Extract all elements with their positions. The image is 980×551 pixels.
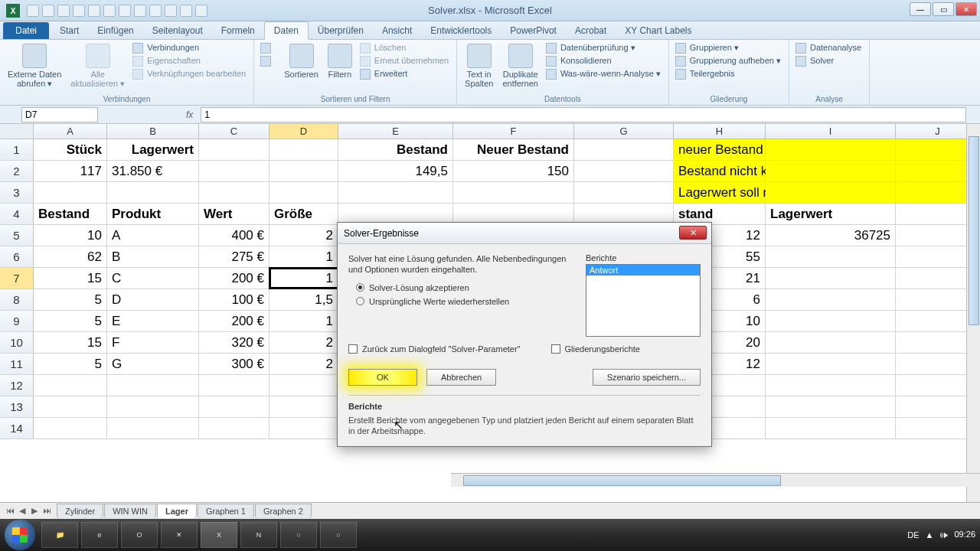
row-header[interactable]: 13 (0, 396, 34, 417)
name-box[interactable]: D7 (21, 107, 98, 122)
row-header[interactable]: 2 (0, 161, 34, 181)
qat-redo-icon[interactable] (57, 5, 70, 17)
horizontal-scrollbar[interactable] (451, 473, 980, 487)
ungroup-button[interactable]: Gruppierung aufheben ▾ (674, 55, 784, 67)
cell[interactable]: 1 (270, 311, 338, 331)
cell[interactable] (199, 161, 270, 181)
cell[interactable] (199, 418, 270, 439)
cell[interactable] (199, 139, 270, 160)
cell[interactable]: 31.850 € (107, 161, 199, 181)
col-header[interactable]: A (34, 124, 107, 139)
cell[interactable]: 1 (270, 246, 338, 267)
cell[interactable] (107, 182, 199, 203)
cell[interactable] (766, 418, 896, 439)
cell[interactable] (34, 418, 107, 439)
remove-duplicates-button[interactable]: Duplikate entfernen (499, 42, 541, 90)
qat-btn-icon[interactable] (88, 5, 100, 17)
sheet-tab-active[interactable]: Lager (157, 504, 197, 518)
tray-lang[interactable]: DE (907, 530, 919, 540)
clear-filter-button[interactable]: Löschen (358, 42, 452, 54)
external-data-button[interactable]: Externe Daten abrufen ▾ (5, 42, 64, 90)
col-header[interactable]: I (766, 124, 896, 139)
cell[interactable]: 200 € (199, 311, 270, 331)
row-header[interactable]: 5 (0, 225, 34, 246)
cell[interactable] (766, 139, 896, 160)
qat-btn-icon[interactable] (103, 5, 116, 17)
tab-ansicht[interactable]: Ansicht (373, 22, 421, 39)
tab-xychartlabels[interactable]: XY Chart Labels (616, 22, 701, 39)
cell[interactable]: 2 (270, 354, 338, 374)
cell[interactable]: Wert (199, 204, 270, 224)
checkbox-outline-reports[interactable]: Gliederungsberichte (551, 344, 640, 354)
cell[interactable] (574, 182, 674, 203)
taskbar-item[interactable]: ✕ (161, 522, 198, 548)
sort-button[interactable]: Sortieren (281, 42, 322, 80)
cell[interactable] (766, 268, 896, 289)
cell[interactable]: 62 (34, 246, 107, 267)
tab-daten[interactable]: Daten (264, 21, 309, 40)
cell[interactable]: Bestand (338, 139, 453, 160)
connections-button[interactable]: Verbindungen (131, 42, 249, 54)
data-analysis-button[interactable]: Datenanalyse (794, 42, 864, 54)
cell[interactable] (34, 375, 107, 396)
sort-desc-button[interactable] (259, 55, 275, 67)
cell[interactable] (766, 289, 896, 310)
subtotal-button[interactable]: Teilergebnis (674, 68, 784, 80)
cell[interactable]: 275 € (199, 246, 270, 267)
qat-btn-icon[interactable] (134, 5, 146, 17)
qat-btn-icon[interactable] (195, 5, 207, 17)
cell[interactable] (574, 161, 674, 181)
sheet-tab[interactable]: Graphen 1 (198, 504, 254, 518)
cell[interactable] (199, 375, 270, 396)
row-header[interactable]: 6 (0, 246, 34, 267)
cell[interactable]: 5 (34, 354, 107, 374)
select-all-corner[interactable] (0, 124, 34, 139)
save-scenario-button[interactable]: Szenario speichern... (593, 369, 701, 386)
group-button[interactable]: Gruppieren ▾ (674, 42, 784, 54)
qat-save-icon[interactable] (27, 5, 39, 17)
cell[interactable]: F (107, 332, 199, 353)
cell[interactable]: 15 (34, 332, 107, 353)
col-header[interactable]: H (674, 124, 766, 139)
tray-icon[interactable]: 🕪 (939, 530, 948, 540)
qat-btn-icon[interactable] (180, 5, 192, 17)
cell[interactable]: A (107, 225, 199, 246)
cell[interactable]: Neuer Bestand (453, 139, 574, 160)
ok-button[interactable]: OK (348, 369, 417, 386)
col-header[interactable]: G (574, 124, 674, 139)
properties-button[interactable]: Eigenschaften (131, 55, 249, 67)
row-header[interactable]: 11 (0, 354, 34, 374)
sheet-nav[interactable]: ⏮◀▶⏭ (0, 506, 57, 516)
cell[interactable]: 300 € (199, 354, 270, 374)
sheet-tab[interactable]: Zylinder (57, 504, 103, 518)
refresh-all-button[interactable]: Alle aktualisieren ▾ (67, 42, 128, 90)
cell[interactable] (270, 375, 338, 396)
cell[interactable]: G (107, 354, 199, 374)
sort-asc-button[interactable] (259, 42, 275, 54)
sheet-tab[interactable]: Graphen 2 (255, 504, 312, 518)
cell[interactable]: 1,5 (270, 289, 338, 310)
cell[interactable] (766, 182, 896, 203)
taskbar-item[interactable]: O (121, 522, 158, 548)
cell[interactable] (107, 375, 199, 396)
tab-entwicklertools[interactable]: Entwicklertools (421, 22, 501, 39)
row-header[interactable]: 10 (0, 332, 34, 353)
edit-links-button[interactable]: Verknüpfungen bearbeiten (131, 68, 249, 80)
cell[interactable] (766, 332, 896, 353)
cell[interactable] (338, 182, 453, 203)
qat-btn-icon[interactable] (119, 5, 131, 17)
solver-button[interactable]: Solver (794, 55, 864, 67)
cell[interactable] (766, 246, 896, 267)
vertical-scrollbar[interactable] (966, 124, 980, 502)
taskbar-item[interactable]: N (240, 522, 277, 548)
cell[interactable] (270, 418, 338, 439)
reapply-button[interactable]: Erneut übernehmen (358, 55, 452, 67)
qat-btn-icon[interactable] (165, 5, 177, 17)
file-tab[interactable]: Datei (3, 22, 49, 39)
cell[interactable]: 5 (34, 311, 107, 331)
cell[interactable] (574, 139, 674, 160)
tab-powerpivot[interactable]: PowerPivot (501, 22, 566, 39)
cancel-button[interactable]: Abbrechen (426, 369, 496, 386)
row-header[interactable]: 4 (0, 204, 34, 224)
cell[interactable]: 149,5 (338, 161, 453, 181)
